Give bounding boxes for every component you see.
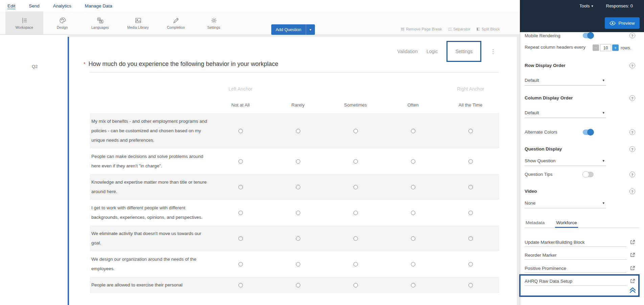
radio-button[interactable] (468, 262, 473, 266)
add-question-caret[interactable]: ▾ (306, 24, 315, 35)
radio-button[interactable] (411, 129, 415, 133)
radio-cell (384, 277, 442, 293)
statement-text[interactable]: People are allowed to exercise their per… (90, 277, 212, 293)
question-display-select[interactable]: Show Question ▾ (525, 156, 606, 166)
nav-item-analytics[interactable]: Analytics (53, 3, 71, 8)
question-title-underline (90, 72, 499, 73)
radio-button[interactable] (353, 211, 358, 215)
radio-button[interactable] (296, 262, 300, 266)
help-icon[interactable]: ? (629, 172, 635, 178)
radio-button[interactable] (238, 159, 243, 164)
alternate-colors-toggle[interactable] (583, 130, 594, 135)
radio-button[interactable] (238, 236, 243, 241)
radio-button[interactable] (353, 262, 358, 266)
help-icon[interactable]: ? (629, 146, 635, 152)
radio-button[interactable] (353, 159, 358, 164)
radio-button[interactable] (411, 283, 415, 287)
stepper-minus-button[interactable]: − (593, 45, 599, 51)
radio-button[interactable] (411, 262, 415, 266)
radio-button[interactable] (468, 236, 473, 241)
radio-button[interactable] (353, 283, 358, 287)
stepper-plus-button[interactable]: + (612, 45, 619, 51)
toolbar-item-media-library[interactable]: Media Library (119, 11, 157, 34)
statement-text[interactable]: People can make decisions and solve prob… (90, 148, 212, 174)
mobile-rendering-toggle[interactable] (583, 33, 594, 38)
toolbar-item-completion[interactable]: Completion (157, 11, 195, 34)
column-display-order-select[interactable]: Default ▾ (525, 108, 606, 118)
radio-button[interactable] (411, 211, 415, 215)
radio-button[interactable] (238, 185, 243, 189)
mobile-rendering-row: Mobile Rendering ? (525, 32, 635, 39)
radio-cell (269, 226, 327, 251)
radio-button[interactable] (238, 262, 243, 266)
tools-menu[interactable]: Tools ▾ (579, 3, 593, 8)
toolbar-item-workspace[interactable]: Workspace (5, 11, 43, 34)
radio-cell (212, 113, 269, 148)
radio-button[interactable] (353, 236, 358, 241)
question-title[interactable]: How much do you experience the following… (88, 61, 278, 68)
radio-button[interactable] (411, 236, 415, 241)
faded-action-split-block[interactable]: ◧Split Block (476, 27, 500, 31)
radio-button[interactable] (468, 185, 473, 189)
radio-button[interactable] (296, 211, 300, 215)
video-select[interactable]: None ▾ (525, 198, 606, 208)
more-options-icon[interactable]: ⋮ (490, 48, 496, 55)
statement-text[interactable]: My mix of benefits - and other employmen… (90, 113, 212, 148)
radio-cell (269, 148, 327, 174)
help-icon[interactable]: ? (629, 130, 635, 135)
external-link-icon[interactable] (630, 252, 635, 258)
help-icon[interactable]: ? (629, 95, 635, 101)
radio-button[interactable] (296, 236, 300, 241)
radio-button[interactable] (353, 129, 358, 133)
workflow-link-reorder-marker[interactable]: Reorder Marker (525, 251, 627, 260)
workflow-link-ahrq-raw-data-setup[interactable]: AHRQ Raw Data Setup (525, 277, 627, 286)
radio-button[interactable] (468, 283, 473, 287)
radio-button[interactable] (411, 185, 415, 189)
toolbar-item-settings[interactable]: Settings (195, 11, 233, 34)
collapse-panel-icon[interactable] (629, 287, 636, 293)
radio-button[interactable] (238, 211, 243, 215)
radio-button[interactable] (296, 185, 300, 189)
faded-action-remove-page-break[interactable]: ▤Remove Page Break (401, 27, 442, 31)
toolbar-item-design[interactable]: Design (43, 11, 81, 34)
statement-text[interactable]: We design our organization around the ne… (90, 251, 212, 277)
statement-text[interactable]: We eliminate activity that doesn't move … (90, 226, 212, 251)
tab-logic[interactable]: Logic (427, 49, 438, 54)
radio-button[interactable] (296, 159, 300, 164)
radio-button[interactable] (238, 283, 243, 287)
help-icon[interactable]: ? (629, 189, 635, 194)
external-link-icon[interactable] (630, 265, 635, 271)
radio-button[interactable] (296, 283, 300, 287)
add-question-button[interactable]: Add Question (271, 24, 306, 35)
radio-cell (384, 200, 442, 226)
nav-item-manage-data[interactable]: Manage Data (85, 3, 112, 8)
panel-tab-workforce[interactable]: Workforce (555, 217, 578, 228)
tab-settings[interactable]: Settings (446, 41, 481, 62)
stepper-value-field[interactable]: 10 (600, 44, 611, 51)
external-link-icon[interactable] (630, 278, 635, 284)
faded-action-separator[interactable]: ◫Separator (448, 27, 470, 31)
row-display-order-select[interactable]: Default ▾ (525, 75, 606, 86)
nav-item-edit[interactable]: Edit (7, 3, 15, 8)
radio-button[interactable] (468, 129, 473, 133)
tab-validation[interactable]: Validation (397, 49, 417, 54)
panel-tab-metadata[interactable]: Metadata (525, 217, 546, 228)
preview-button[interactable]: Preview (605, 17, 640, 29)
radio-button[interactable] (468, 211, 473, 215)
workflow-link-update-marker-building-block[interactable]: Update Marker/Building Block (525, 238, 627, 247)
help-icon[interactable]: ? (629, 63, 635, 69)
nav-item-send[interactable]: Send (29, 3, 40, 8)
radio-button[interactable] (468, 159, 473, 164)
add-question-split-button: Add Question ▾ (271, 24, 315, 35)
statement-text[interactable]: I get to work with different people with… (90, 200, 212, 226)
toolbar-item-languages[interactable]: Languages (81, 11, 119, 34)
question-tips-toggle[interactable] (583, 172, 594, 177)
radio-button[interactable] (238, 129, 243, 133)
radio-button[interactable] (296, 129, 300, 133)
workflow-link-positive-prominence[interactable]: Positive Prominence (525, 264, 627, 273)
radio-button[interactable] (411, 159, 415, 164)
radio-button[interactable] (353, 185, 358, 189)
statement-text[interactable]: Knowledge and expertise matter more than… (90, 174, 212, 200)
external-link-icon[interactable] (630, 239, 635, 245)
help-icon[interactable]: ? (629, 33, 635, 39)
